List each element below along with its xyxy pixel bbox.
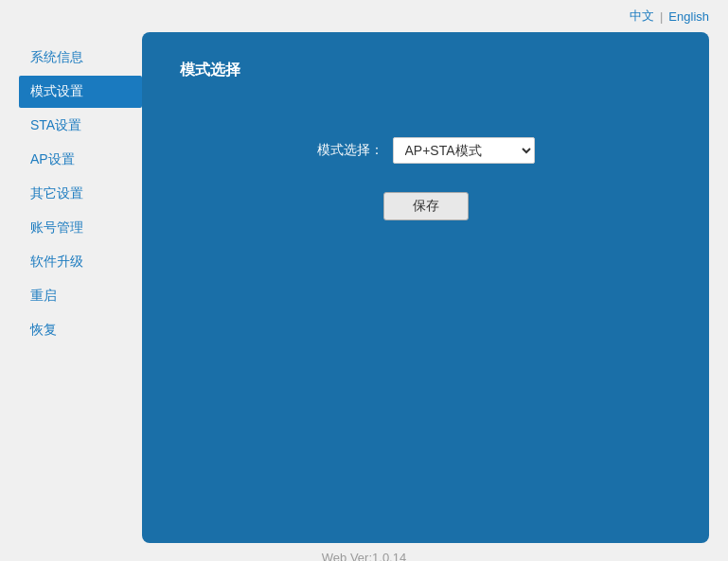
sidebar: 系统信息模式设置STA设置AP设置其它设置账号管理软件升级重启恢复 xyxy=(19,32,142,543)
sidebar-item-restore[interactable]: 恢复 xyxy=(19,314,142,346)
sidebar-item-software-upgrade[interactable]: 软件升级 xyxy=(19,246,142,278)
mode-select[interactable]: AP+STA模式AP模式STA模式 xyxy=(393,137,535,164)
main-container: 系统信息模式设置STA设置AP设置其它设置账号管理软件升级重启恢复 模式选择 模… xyxy=(0,32,728,543)
lang-en-link[interactable]: English xyxy=(668,9,709,24)
save-btn-row: 保存 xyxy=(180,192,671,220)
lang-separator: | xyxy=(660,9,663,24)
sidebar-item-system-info[interactable]: 系统信息 xyxy=(19,42,142,74)
sidebar-item-mode-settings[interactable]: 模式设置 xyxy=(19,76,142,108)
lang-zh-link[interactable]: 中文 xyxy=(630,8,654,25)
sidebar-item-restart[interactable]: 重启 xyxy=(19,280,142,312)
top-bar: 中文 | English xyxy=(0,0,728,32)
form-row: 模式选择： AP+STA模式AP模式STA模式 xyxy=(180,137,671,164)
sidebar-item-other-settings[interactable]: 其它设置 xyxy=(19,178,142,210)
sidebar-item-ap-settings[interactable]: AP设置 xyxy=(19,144,142,176)
form-label: 模式选择： xyxy=(317,142,383,159)
content-area: 模式选择 模式选择： AP+STA模式AP模式STA模式 保存 xyxy=(142,32,709,543)
sidebar-item-sta-settings[interactable]: STA设置 xyxy=(19,110,142,142)
footer: Web Ver:1.0.14 xyxy=(0,543,728,561)
version-text: Web Ver:1.0.14 xyxy=(322,551,406,561)
save-button[interactable]: 保存 xyxy=(383,192,469,220)
page-title: 模式选择 xyxy=(180,61,671,80)
sidebar-item-account-management[interactable]: 账号管理 xyxy=(19,212,142,244)
